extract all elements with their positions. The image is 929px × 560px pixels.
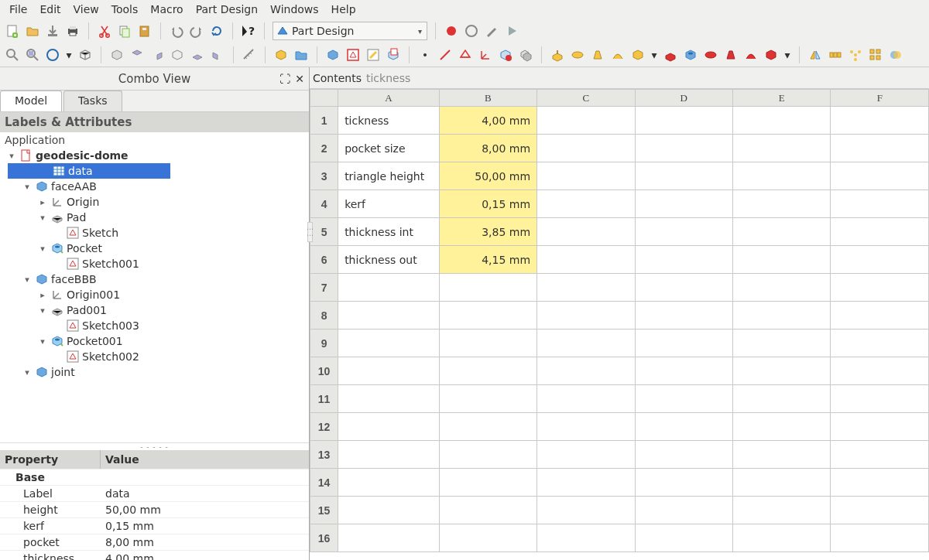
cell[interactable] (537, 385, 635, 413)
prop-value[interactable]: 50,00 mm (101, 502, 309, 517)
expand-icon[interactable]: ▸ (37, 290, 48, 300)
menu-windows[interactable]: Windows (266, 2, 324, 17)
cell[interactable] (537, 218, 635, 246)
tree-node-faceaab[interactable]: ▾faceAAB (0, 179, 309, 194)
cell[interactable] (338, 524, 439, 552)
expand-icon[interactable]: ▾ (37, 336, 48, 347)
cell[interactable] (733, 246, 831, 274)
cell[interactable] (831, 162, 929, 190)
groove-icon[interactable] (703, 47, 718, 63)
row-header[interactable]: 3 (310, 162, 338, 190)
polar-pattern-icon[interactable] (848, 47, 863, 63)
cell[interactable] (338, 330, 439, 357)
cell[interactable] (635, 413, 732, 441)
cell[interactable] (733, 162, 831, 190)
application-node[interactable]: Application (0, 132, 309, 148)
row-header[interactable]: 4 (310, 190, 338, 218)
cell[interactable] (338, 469, 439, 497)
pocket-icon[interactable] (663, 47, 678, 63)
row-header[interactable]: 10 (310, 357, 338, 385)
cell[interactable] (635, 274, 732, 302)
col-header-A[interactable]: A (338, 90, 439, 107)
cell[interactable] (831, 302, 929, 330)
tree-node-pocket001[interactable]: ▾Pocket001 (0, 333, 309, 349)
cell[interactable] (733, 107, 831, 135)
row-header[interactable]: 11 (310, 385, 338, 413)
row-header[interactable]: 12 (310, 413, 338, 441)
cell[interactable] (439, 330, 536, 357)
menu-view[interactable]: View (69, 2, 104, 17)
redo-icon[interactable] (189, 23, 204, 39)
stop-record-icon[interactable] (464, 23, 479, 39)
linear-pattern-icon[interactable] (828, 47, 843, 63)
prop-value[interactable]: 8,00 mm (101, 534, 309, 550)
row-header[interactable]: 7 (310, 274, 338, 302)
play-icon[interactable] (504, 23, 519, 39)
cell[interactable] (537, 135, 635, 162)
cell[interactable] (831, 135, 929, 162)
sketch-icon[interactable] (345, 47, 361, 63)
prop-value[interactable]: 4,00 mm (101, 551, 309, 560)
expand-icon[interactable]: ▾ (37, 306, 48, 316)
cell[interactable] (733, 330, 831, 357)
col-header-C[interactable]: C (537, 90, 635, 107)
datum-point-icon[interactable] (417, 47, 433, 63)
mapsketch-icon[interactable] (386, 47, 401, 63)
tree-node-joint[interactable]: ▾joint (0, 364, 309, 380)
part-icon[interactable] (273, 47, 289, 63)
tab-model[interactable]: Model (0, 90, 62, 111)
prop-key[interactable]: pocket (0, 534, 101, 550)
row-header[interactable]: 16 (310, 524, 338, 552)
cell[interactable] (733, 274, 831, 302)
cell[interactable] (831, 385, 929, 413)
cell[interactable] (537, 330, 635, 357)
view-left-icon[interactable] (210, 47, 225, 63)
cell[interactable]: 3,85 mm (439, 218, 536, 246)
expand-icon[interactable]: ▾ (22, 182, 33, 192)
iso-icon[interactable] (77, 47, 93, 63)
panel-grip[interactable]: ⋮⋮ (307, 222, 313, 242)
cell[interactable] (635, 218, 732, 246)
cell[interactable] (831, 469, 929, 497)
cell[interactable] (635, 246, 732, 274)
cell[interactable] (635, 441, 732, 469)
row-header[interactable]: 5 (310, 218, 338, 246)
prop-key[interactable]: height (0, 502, 101, 517)
cell[interactable] (635, 302, 732, 330)
cell[interactable] (733, 190, 831, 218)
tree-node-sketch003[interactable]: Sketch003 (0, 318, 309, 333)
row-header[interactable]: 9 (310, 330, 338, 357)
undock-icon[interactable]: ⛶ (279, 73, 290, 85)
workbench-selector[interactable]: Part Design ▾ (273, 22, 427, 40)
editsk-icon[interactable] (365, 47, 381, 63)
cell[interactable] (439, 441, 536, 469)
expand-icon[interactable]: ▸ (37, 197, 48, 207)
cell[interactable]: pocket size (338, 135, 439, 162)
row-header[interactable]: 13 (310, 441, 338, 469)
menu-macro[interactable]: Macro (146, 2, 187, 17)
cell[interactable] (831, 274, 929, 302)
row-header[interactable]: 8 (310, 302, 338, 330)
cell[interactable] (439, 413, 536, 441)
cell[interactable] (338, 302, 439, 330)
undo-icon[interactable] (169, 23, 184, 39)
cell[interactable] (537, 190, 635, 218)
datum-line-icon[interactable] (437, 47, 453, 63)
cell[interactable] (635, 385, 732, 413)
measure-icon[interactable] (242, 47, 257, 63)
cell[interactable] (635, 357, 732, 385)
cell[interactable] (831, 413, 929, 441)
loft-icon[interactable] (590, 47, 605, 63)
menu-file[interactable]: File (5, 2, 32, 17)
drawstyle-icon[interactable] (45, 47, 60, 63)
cell[interactable] (537, 246, 635, 274)
cut-icon[interactable] (97, 23, 112, 39)
cell[interactable] (338, 385, 439, 413)
cell[interactable]: thickness int (338, 218, 439, 246)
refresh-icon[interactable] (209, 23, 225, 39)
cell[interactable] (733, 302, 831, 330)
tree-node-pocket[interactable]: ▾Pocket (0, 241, 309, 256)
cell[interactable]: 50,00 mm (439, 162, 536, 190)
row-header[interactable]: 1 (310, 107, 338, 135)
tree-node-data[interactable]: data (8, 163, 170, 179)
